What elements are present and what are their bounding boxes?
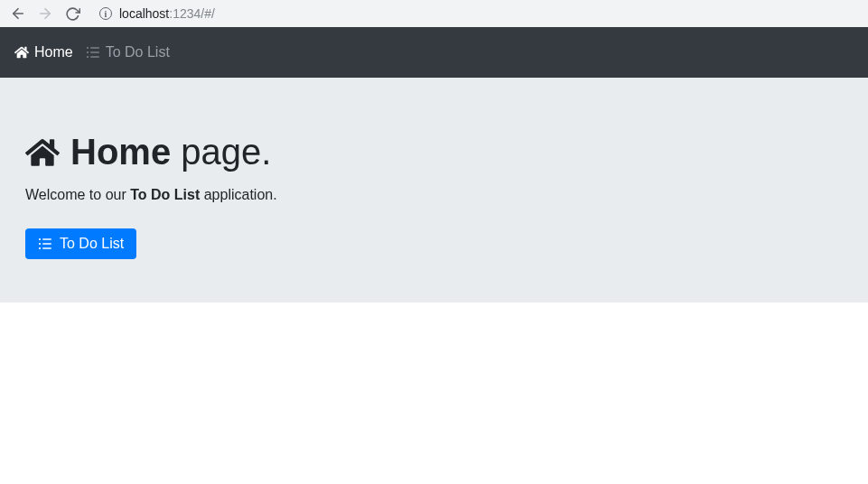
address-bar[interactable]: i localhost:1234/#/ — [92, 3, 861, 24]
welcome-post: application. — [200, 187, 276, 202]
page-title-text: Home page. — [70, 132, 271, 172]
url-host: localhost — [119, 6, 169, 21]
info-icon: i — [99, 7, 112, 20]
todo-button-label: To Do List — [60, 236, 124, 252]
arrow-left-icon — [10, 5, 26, 22]
nav-todo-link[interactable]: To Do List — [86, 44, 170, 60]
welcome-pre: Welcome to our — [25, 187, 130, 202]
home-icon — [25, 135, 60, 170]
forward-button[interactable] — [34, 3, 56, 24]
nav-home-label: Home — [34, 44, 73, 60]
url-text: localhost:1234/#/ — [119, 6, 215, 21]
page-title-bold: Home — [70, 132, 171, 172]
content-area: Home page. Welcome to our To Do List app… — [0, 78, 868, 302]
welcome-bold: To Do List — [130, 187, 200, 202]
reload-button[interactable] — [61, 3, 83, 24]
arrow-right-icon — [37, 5, 53, 22]
page-title: Home page. — [25, 132, 843, 172]
navbar: Home To Do List — [0, 27, 868, 78]
home-icon — [14, 45, 29, 60]
reload-icon — [65, 6, 80, 22]
welcome-text: Welcome to our To Do List application. — [25, 187, 843, 203]
nav-home-link[interactable]: Home — [14, 44, 73, 60]
back-button[interactable] — [7, 3, 29, 24]
list-icon — [86, 45, 100, 60]
url-path: :1234/#/ — [169, 6, 215, 21]
browser-toolbar: i localhost:1234/#/ — [0, 0, 868, 27]
nav-todo-label: To Do List — [106, 44, 170, 60]
todo-list-button[interactable]: To Do List — [25, 228, 136, 259]
page-title-rest: page. — [171, 132, 271, 172]
list-icon — [38, 237, 52, 251]
